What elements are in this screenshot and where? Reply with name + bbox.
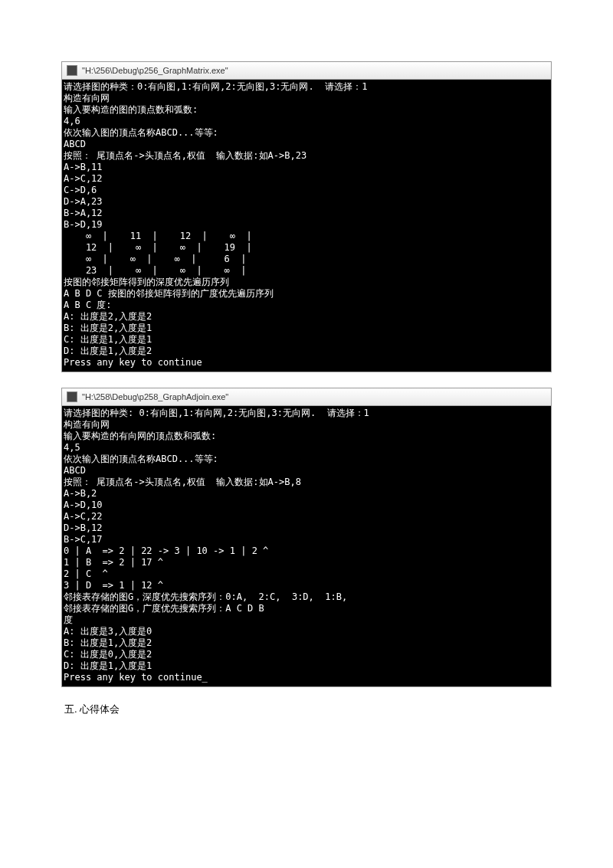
title-bar-2[interactable]: "H:\258\Debug\p258_GraphAdjoin.exe"	[62, 388, 551, 406]
console-output-2: 请选择图的种类: 0:有向图,1:有向网,2:无向图,3:无向网. 请选择：1 …	[62, 406, 551, 686]
section-heading: 五. 心得体会	[64, 703, 552, 716]
window-title-1: "H:\256\Debug\p256_GraphMatrix.exe"	[82, 66, 228, 75]
window-title-2: "H:\258\Debug\p258_GraphAdjoin.exe"	[82, 392, 228, 401]
console-window-2: "H:\258\Debug\p258_GraphAdjoin.exe" 请选择图…	[61, 388, 552, 687]
console-output-1: 请选择图的种类：0:有向图,1:有向网,2:无向图,3:无向网. 请选择：1 构…	[62, 80, 551, 372]
app-icon	[67, 391, 77, 402]
title-bar-1[interactable]: "H:\256\Debug\p256_GraphMatrix.exe"	[62, 62, 551, 80]
app-icon	[67, 65, 77, 76]
console-window-1: "H:\256\Debug\p256_GraphMatrix.exe" 请选择图…	[61, 61, 552, 372]
